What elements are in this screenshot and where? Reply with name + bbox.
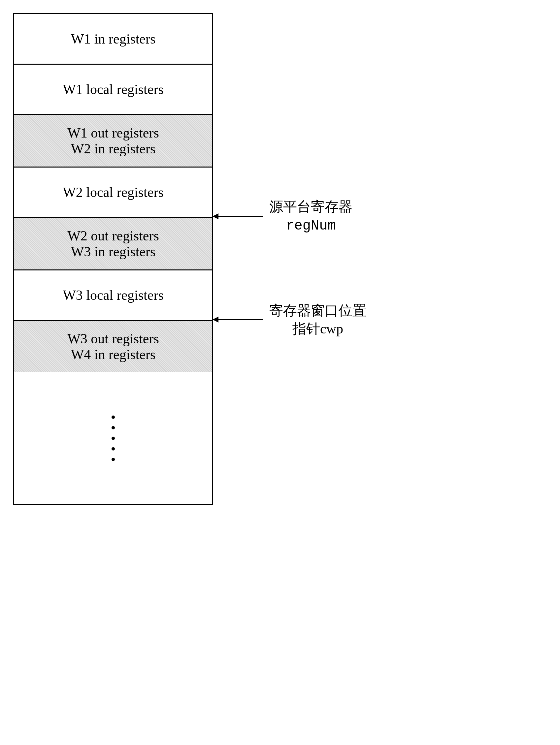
stack-cell-w1-in: W1 in registers xyxy=(14,14,212,65)
annotation-text: 源平台寄存器 regNum xyxy=(263,198,352,235)
stack-cell-w3out-w4in: W3 out registers W4 in registers xyxy=(14,321,212,372)
cell-line: W3 in registers xyxy=(71,244,156,260)
arrow-icon xyxy=(213,319,263,320)
arrow-icon xyxy=(213,216,263,217)
cell-line: W3 out registers xyxy=(67,331,159,347)
register-stack: W1 in registers W1 local registers W1 ou… xyxy=(13,13,213,505)
annotation-line: 指针cwp xyxy=(269,320,366,338)
annotation-line: 源平台寄存器 xyxy=(269,198,352,216)
cell-line: W1 local registers xyxy=(63,82,164,97)
cell-line: W2 in registers xyxy=(71,141,156,157)
dot-icon xyxy=(112,436,115,440)
dot-icon xyxy=(112,416,115,419)
dot-icon xyxy=(112,458,115,461)
cell-line: W3 local registers xyxy=(63,287,164,303)
annotation-line: regNum xyxy=(269,216,352,235)
cell-line: W1 out registers xyxy=(67,125,159,141)
stack-cell-w2-local: W2 local registers xyxy=(14,167,212,218)
stack-cell-w1-local: W1 local registers xyxy=(14,65,212,115)
stack-cell-w2out-w3in: W2 out registers W3 in registers xyxy=(14,218,212,270)
annotation-cwp: 寄存器窗口位置 指针cwp xyxy=(213,302,366,338)
stack-ellipsis xyxy=(14,372,212,504)
annotation-line: 寄存器窗口位置 xyxy=(269,302,366,320)
stack-cell-w3-local: W3 local registers xyxy=(14,270,212,321)
cell-line: W2 out registers xyxy=(67,228,159,244)
stack-cell-w1out-w2in: W1 out registers W2 in registers xyxy=(14,115,212,167)
annotation-regnum: 源平台寄存器 regNum xyxy=(213,198,352,235)
dot-icon xyxy=(112,426,115,429)
cell-line: W1 in registers xyxy=(71,31,156,47)
dot-icon xyxy=(112,447,115,451)
annotation-text: 寄存器窗口位置 指针cwp xyxy=(263,302,366,338)
cell-line: W2 local registers xyxy=(63,184,164,200)
cell-line: W4 in registers xyxy=(71,347,156,362)
